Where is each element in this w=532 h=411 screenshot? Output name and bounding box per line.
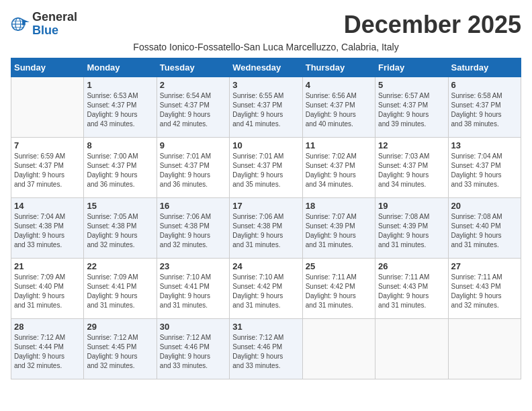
day-info: Sunrise: 6:54 AM Sunset: 4:37 PM Dayligh… xyxy=(160,91,226,129)
day-info: Sunrise: 7:01 AM Sunset: 4:37 PM Dayligh… xyxy=(160,152,226,189)
day-number: 22 xyxy=(87,261,153,271)
calendar-cell: 22Sunrise: 7:09 AM Sunset: 4:41 PM Dayli… xyxy=(84,259,157,319)
day-info: Sunrise: 6:53 AM Sunset: 4:37 PM Dayligh… xyxy=(87,91,153,129)
svg-marker-6 xyxy=(22,19,30,25)
day-info: Sunrise: 6:55 AM Sunset: 4:37 PM Dayligh… xyxy=(232,91,299,129)
weekday-header-row: SundayMondayTuesdayWednesdayThursdayFrid… xyxy=(11,58,521,77)
day-number: 18 xyxy=(306,201,372,211)
logo: GeneralBlue xyxy=(11,11,77,38)
day-number: 25 xyxy=(306,261,372,271)
day-info: Sunrise: 7:02 AM Sunset: 4:37 PM Dayligh… xyxy=(306,152,372,189)
day-info: Sunrise: 7:06 AM Sunset: 4:38 PM Dayligh… xyxy=(232,212,299,250)
calendar-cell: 5Sunrise: 6:57 AM Sunset: 4:37 PM Daylig… xyxy=(375,77,448,138)
calendar-week-row: 14Sunrise: 7:04 AM Sunset: 4:38 PM Dayli… xyxy=(11,198,521,259)
calendar-cell: 14Sunrise: 7:04 AM Sunset: 4:38 PM Dayli… xyxy=(11,198,84,259)
calendar-cell: 21Sunrise: 7:09 AM Sunset: 4:40 PM Dayli… xyxy=(11,259,84,319)
day-info: Sunrise: 7:01 AM Sunset: 4:37 PM Dayligh… xyxy=(232,152,299,189)
day-number: 21 xyxy=(14,261,81,271)
day-number: 19 xyxy=(378,201,445,211)
weekday-header-tuesday: Tuesday xyxy=(157,58,229,77)
calendar-cell: 6Sunrise: 6:58 AM Sunset: 4:37 PM Daylig… xyxy=(448,77,521,138)
calendar-cell: 10Sunrise: 7:01 AM Sunset: 4:37 PM Dayli… xyxy=(230,138,302,198)
day-number: 26 xyxy=(378,261,445,271)
logo-text: GeneralBlue xyxy=(32,11,77,38)
calendar-week-row: 7Sunrise: 6:59 AM Sunset: 4:37 PM Daylig… xyxy=(11,138,521,198)
calendar-cell: 7Sunrise: 6:59 AM Sunset: 4:37 PM Daylig… xyxy=(11,138,84,198)
day-info: Sunrise: 7:06 AM Sunset: 4:38 PM Dayligh… xyxy=(160,212,226,250)
day-number: 15 xyxy=(87,201,153,211)
calendar-cell: 27Sunrise: 7:11 AM Sunset: 4:43 PM Dayli… xyxy=(448,259,521,319)
calendar-cell: 13Sunrise: 7:04 AM Sunset: 4:37 PM Dayli… xyxy=(448,138,521,198)
calendar-cell: 29Sunrise: 7:12 AM Sunset: 4:45 PM Dayli… xyxy=(84,319,157,379)
calendar-cell: 12Sunrise: 7:03 AM Sunset: 4:37 PM Dayli… xyxy=(375,138,448,198)
day-number: 7 xyxy=(14,140,81,150)
day-number: 5 xyxy=(378,80,445,90)
weekday-header-wednesday: Wednesday xyxy=(230,58,302,77)
day-number: 16 xyxy=(160,201,226,211)
day-number: 28 xyxy=(14,322,81,332)
logo-icon xyxy=(11,15,30,34)
calendar-cell xyxy=(302,319,375,379)
location-subtitle: Fossato Ionico-Fossatello-San Luca Marce… xyxy=(11,42,521,52)
day-number: 4 xyxy=(306,80,372,90)
calendar-cell: 24Sunrise: 7:10 AM Sunset: 4:42 PM Dayli… xyxy=(230,259,302,319)
calendar-cell: 8Sunrise: 7:00 AM Sunset: 4:37 PM Daylig… xyxy=(84,138,157,198)
weekday-header-monday: Monday xyxy=(84,58,157,77)
day-info: Sunrise: 7:11 AM Sunset: 4:43 PM Dayligh… xyxy=(451,273,518,310)
calendar-cell: 25Sunrise: 7:11 AM Sunset: 4:42 PM Dayli… xyxy=(302,259,375,319)
calendar-week-row: 21Sunrise: 7:09 AM Sunset: 4:40 PM Dayli… xyxy=(11,259,521,319)
calendar-cell: 16Sunrise: 7:06 AM Sunset: 4:38 PM Dayli… xyxy=(157,198,229,259)
day-number: 6 xyxy=(451,80,518,90)
day-info: Sunrise: 7:11 AM Sunset: 4:42 PM Dayligh… xyxy=(306,273,372,310)
weekday-header-sunday: Sunday xyxy=(11,58,84,77)
calendar-cell: 18Sunrise: 7:07 AM Sunset: 4:39 PM Dayli… xyxy=(302,198,375,259)
calendar-cell: 11Sunrise: 7:02 AM Sunset: 4:37 PM Dayli… xyxy=(302,138,375,198)
day-number: 20 xyxy=(451,201,518,211)
day-info: Sunrise: 7:12 AM Sunset: 4:46 PM Dayligh… xyxy=(232,333,299,371)
day-info: Sunrise: 7:09 AM Sunset: 4:41 PM Dayligh… xyxy=(87,273,153,310)
calendar-cell: 30Sunrise: 7:12 AM Sunset: 4:46 PM Dayli… xyxy=(157,319,229,379)
day-number: 9 xyxy=(160,140,226,150)
calendar-cell: 3Sunrise: 6:55 AM Sunset: 4:37 PM Daylig… xyxy=(230,77,302,138)
calendar-cell: 17Sunrise: 7:06 AM Sunset: 4:38 PM Dayli… xyxy=(230,198,302,259)
day-info: Sunrise: 6:58 AM Sunset: 4:37 PM Dayligh… xyxy=(451,91,518,129)
calendar-cell: 15Sunrise: 7:05 AM Sunset: 4:38 PM Dayli… xyxy=(84,198,157,259)
calendar-cell: 1Sunrise: 6:53 AM Sunset: 4:37 PM Daylig… xyxy=(84,77,157,138)
calendar-cell xyxy=(375,319,448,379)
day-number: 1 xyxy=(87,80,153,90)
calendar-cell: 31Sunrise: 7:12 AM Sunset: 4:46 PM Dayli… xyxy=(230,319,302,379)
day-number: 11 xyxy=(306,140,372,150)
day-info: Sunrise: 7:04 AM Sunset: 4:38 PM Dayligh… xyxy=(14,212,81,250)
weekday-header-saturday: Saturday xyxy=(448,58,521,77)
day-info: Sunrise: 7:12 AM Sunset: 4:46 PM Dayligh… xyxy=(160,333,226,371)
day-info: Sunrise: 7:09 AM Sunset: 4:40 PM Dayligh… xyxy=(14,273,81,310)
day-number: 23 xyxy=(160,261,226,271)
calendar-cell: 28Sunrise: 7:12 AM Sunset: 4:44 PM Dayli… xyxy=(11,319,84,379)
day-info: Sunrise: 6:57 AM Sunset: 4:37 PM Dayligh… xyxy=(378,91,445,129)
day-info: Sunrise: 7:12 AM Sunset: 4:45 PM Dayligh… xyxy=(87,333,153,371)
day-info: Sunrise: 7:12 AM Sunset: 4:44 PM Dayligh… xyxy=(14,333,81,371)
day-info: Sunrise: 7:10 AM Sunset: 4:42 PM Dayligh… xyxy=(232,273,299,310)
calendar-cell: 4Sunrise: 6:56 AM Sunset: 4:37 PM Daylig… xyxy=(302,77,375,138)
page-header: GeneralBlue December 2025 xyxy=(11,11,521,39)
day-number: 3 xyxy=(232,80,299,90)
day-info: Sunrise: 7:03 AM Sunset: 4:37 PM Dayligh… xyxy=(378,152,445,189)
day-info: Sunrise: 6:56 AM Sunset: 4:37 PM Dayligh… xyxy=(306,91,372,129)
calendar-cell: 26Sunrise: 7:11 AM Sunset: 4:43 PM Dayli… xyxy=(375,259,448,319)
day-number: 24 xyxy=(232,261,299,271)
day-number: 31 xyxy=(232,322,299,332)
day-number: 17 xyxy=(232,201,299,211)
day-info: Sunrise: 7:11 AM Sunset: 4:43 PM Dayligh… xyxy=(378,273,445,310)
calendar-week-row: 1Sunrise: 6:53 AM Sunset: 4:37 PM Daylig… xyxy=(11,77,521,138)
calendar-cell: 19Sunrise: 7:08 AM Sunset: 4:39 PM Dayli… xyxy=(375,198,448,259)
day-info: Sunrise: 7:00 AM Sunset: 4:37 PM Dayligh… xyxy=(87,152,153,189)
weekday-header-thursday: Thursday xyxy=(302,58,375,77)
day-info: Sunrise: 7:07 AM Sunset: 4:39 PM Dayligh… xyxy=(306,212,372,250)
calendar-cell: 9Sunrise: 7:01 AM Sunset: 4:37 PM Daylig… xyxy=(157,138,229,198)
calendar-table: SundayMondayTuesdayWednesdayThursdayFrid… xyxy=(11,58,521,379)
calendar-cell: 23Sunrise: 7:10 AM Sunset: 4:41 PM Dayli… xyxy=(157,259,229,319)
month-title: December 2025 xyxy=(344,11,521,39)
day-number: 10 xyxy=(232,140,299,150)
day-number: 14 xyxy=(14,201,81,211)
calendar-cell: 20Sunrise: 7:08 AM Sunset: 4:40 PM Dayli… xyxy=(448,198,521,259)
